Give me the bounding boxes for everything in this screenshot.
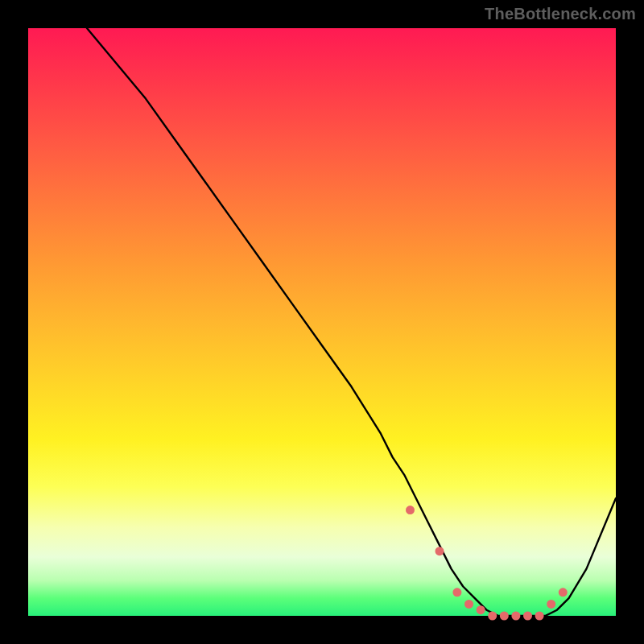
credit-text: TheBottleneck.com: [485, 5, 636, 23]
marker-dot: [452, 588, 461, 597]
marker-dot: [547, 600, 555, 609]
marker-dot: [559, 588, 568, 597]
chart-frame: TheBottleneck.com: [0, 0, 644, 644]
marker-dot: [523, 612, 532, 621]
marker-dot: [488, 612, 497, 621]
marker-dot: [511, 612, 520, 621]
marker-dot: [436, 547, 444, 555]
marker-dot: [500, 612, 509, 621]
marker-dot: [535, 612, 544, 621]
curve-svg: [28, 28, 616, 616]
marker-dot: [464, 600, 473, 609]
marker-dot: [406, 506, 415, 514]
marker-dot: [477, 605, 485, 614]
marker-dots: [406, 506, 568, 620]
bottleneck-curve: [87, 28, 616, 616]
plot-area: [28, 28, 616, 616]
